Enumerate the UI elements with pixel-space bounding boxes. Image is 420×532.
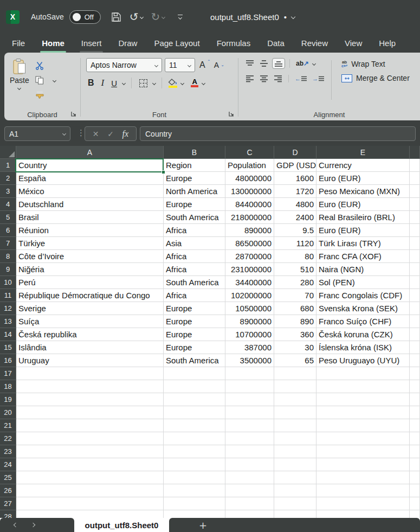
cell-A1[interactable]: Country bbox=[16, 159, 164, 172]
row-header-10[interactable]: 10 bbox=[0, 276, 16, 289]
cell-A2[interactable]: España bbox=[16, 172, 164, 185]
add-sheet-button[interactable]: + bbox=[199, 520, 207, 531]
cell-B25[interactable] bbox=[164, 471, 225, 484]
autosave-toggle[interactable]: Off bbox=[69, 10, 101, 24]
cell-F3[interactable] bbox=[410, 185, 420, 198]
cell-B11[interactable]: Africa bbox=[164, 289, 225, 302]
row-header-12[interactable]: 12 bbox=[0, 302, 16, 315]
cell-B4[interactable]: Europe bbox=[164, 198, 225, 211]
tab-help[interactable]: Help bbox=[379, 39, 396, 48]
cell-C11[interactable]: 102000000 bbox=[225, 289, 274, 302]
cell-B5[interactable]: South America bbox=[164, 211, 225, 224]
clipboard-dialog-launcher-icon[interactable] bbox=[71, 109, 76, 119]
cell-A23[interactable] bbox=[16, 445, 164, 458]
cell-D7[interactable]: 1120 bbox=[274, 237, 316, 250]
cell-B15[interactable]: Europe bbox=[164, 341, 225, 354]
cell-F12[interactable] bbox=[410, 302, 420, 315]
cell-D19[interactable] bbox=[274, 393, 316, 406]
row-header-3[interactable]: 3 bbox=[0, 185, 16, 198]
row-header-26[interactable]: 26 bbox=[0, 484, 16, 497]
insert-function-icon[interactable]: fx bbox=[122, 129, 129, 139]
column-header-A[interactable]: A bbox=[16, 146, 164, 159]
cell-F6[interactable] bbox=[410, 224, 420, 237]
cell-A8[interactable]: Côte d’Ivoire bbox=[16, 250, 164, 263]
cell-E26[interactable] bbox=[316, 484, 410, 497]
cell-B16[interactable]: South America bbox=[164, 354, 225, 367]
cell-E23[interactable] bbox=[316, 445, 410, 458]
cell-C17[interactable] bbox=[225, 367, 274, 380]
cell-C12[interactable]: 10500000 bbox=[225, 302, 274, 315]
cell-F28[interactable] bbox=[410, 510, 420, 518]
row-header-18[interactable]: 18 bbox=[0, 380, 16, 393]
decrease-font-size-button[interactable]: Aˇ bbox=[212, 60, 223, 70]
cell-D5[interactable]: 2400 bbox=[274, 211, 316, 224]
cell-E3[interactable]: Peso Mexicano (MXN) bbox=[316, 185, 410, 198]
column-header-E[interactable]: E bbox=[316, 146, 410, 159]
cancel-icon[interactable]: ✕ bbox=[93, 130, 99, 138]
cell-C19[interactable] bbox=[225, 393, 274, 406]
cell-F4[interactable] bbox=[410, 198, 420, 211]
cell-D12[interactable]: 680 bbox=[274, 302, 316, 315]
row-header-15[interactable]: 15 bbox=[0, 341, 16, 354]
row-header-19[interactable]: 19 bbox=[0, 393, 16, 406]
cell-E21[interactable] bbox=[316, 419, 410, 432]
cell-F23[interactable] bbox=[410, 445, 420, 458]
cell-B28[interactable] bbox=[164, 510, 225, 518]
tab-draw[interactable]: Draw bbox=[118, 39, 137, 48]
cell-A19[interactable] bbox=[16, 393, 164, 406]
cell-A21[interactable] bbox=[16, 419, 164, 432]
row-header-5[interactable]: 5 bbox=[0, 211, 16, 224]
cut-button[interactable] bbox=[34, 60, 46, 71]
cell-B14[interactable]: Europe bbox=[164, 328, 225, 341]
select-all-button[interactable] bbox=[0, 146, 16, 159]
cell-C16[interactable]: 3500000 bbox=[225, 354, 274, 367]
row-header-17[interactable]: 17 bbox=[0, 367, 16, 380]
cell-A16[interactable]: Uruguay bbox=[16, 354, 164, 367]
cell-C27[interactable] bbox=[225, 497, 274, 510]
fill-handle[interactable] bbox=[161, 170, 165, 174]
cell-E5[interactable]: Real Brasileiro (BRL) bbox=[316, 211, 410, 224]
cell-C25[interactable] bbox=[225, 471, 274, 484]
cell-B26[interactable] bbox=[164, 484, 225, 497]
cell-D6[interactable]: 9.5 bbox=[274, 224, 316, 237]
cell-B24[interactable] bbox=[164, 458, 225, 471]
cell-F11[interactable] bbox=[410, 289, 420, 302]
previous-sheet-icon[interactable] bbox=[14, 523, 18, 527]
column-header-partial[interactable] bbox=[410, 146, 420, 159]
cell-F5[interactable] bbox=[410, 211, 420, 224]
cell-C26[interactable] bbox=[225, 484, 274, 497]
cell-F15[interactable] bbox=[410, 341, 420, 354]
row-header-7[interactable]: 7 bbox=[0, 237, 16, 250]
cell-C9[interactable]: 231000000 bbox=[225, 263, 274, 276]
row-header-20[interactable]: 20 bbox=[0, 406, 16, 419]
cell-B7[interactable]: Asia bbox=[164, 237, 225, 250]
cell-B20[interactable] bbox=[164, 406, 225, 419]
cell-E8[interactable]: Franc CFA (XOF) bbox=[316, 250, 410, 263]
cell-D2[interactable]: 1600 bbox=[274, 172, 316, 185]
tab-view[interactable]: View bbox=[345, 39, 362, 48]
cell-E9[interactable]: Naira (NGN) bbox=[316, 263, 410, 276]
cell-F19[interactable] bbox=[410, 393, 420, 406]
cell-E27[interactable] bbox=[316, 497, 410, 510]
cell-B13[interactable]: Europe bbox=[164, 315, 225, 328]
row-header-25[interactable]: 25 bbox=[0, 471, 16, 484]
row-header-22[interactable]: 22 bbox=[0, 432, 16, 445]
cell-A3[interactable]: México bbox=[16, 185, 164, 198]
cell-C4[interactable]: 84400000 bbox=[225, 198, 274, 211]
cell-D15[interactable]: 30 bbox=[274, 341, 316, 354]
cell-F25[interactable] bbox=[410, 471, 420, 484]
cell-A10[interactable]: Perú bbox=[16, 276, 164, 289]
cell-F16[interactable] bbox=[410, 354, 420, 367]
cell-D22[interactable] bbox=[274, 432, 316, 445]
save-button[interactable] bbox=[111, 12, 121, 22]
cell-F26[interactable] bbox=[410, 484, 420, 497]
redo-button[interactable]: ↻ bbox=[151, 11, 165, 22]
cell-B6[interactable]: Africa bbox=[164, 224, 225, 237]
cell-B19[interactable] bbox=[164, 393, 225, 406]
cell-E28[interactable] bbox=[316, 510, 410, 518]
document-title[interactable]: output_utf8.Sheet0 bbox=[210, 12, 279, 22]
cell-C2[interactable]: 48000000 bbox=[225, 172, 274, 185]
undo-dropdown-icon[interactable] bbox=[140, 15, 144, 18]
cell-B3[interactable]: North America bbox=[164, 185, 225, 198]
title-dropdown-icon[interactable] bbox=[291, 15, 295, 19]
